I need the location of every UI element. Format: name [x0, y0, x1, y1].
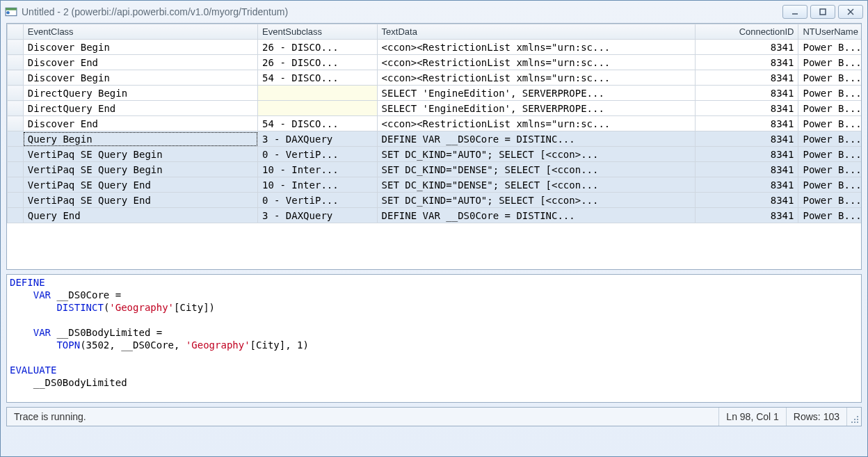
cell-textdata[interactable]: <ccon><RestrictionList xmlns="urn:sc...: [377, 40, 695, 55]
cell-connectionid[interactable]: 8341: [695, 208, 798, 223]
cell-ntusername[interactable]: Power B...: [798, 86, 861, 101]
cell-eventsubclass[interactable]: [258, 101, 377, 116]
rowheader[interactable]: [8, 147, 24, 162]
rowheader[interactable]: [8, 193, 24, 208]
col-textdata[interactable]: TextData: [377, 24, 695, 40]
rowheader[interactable]: [8, 162, 24, 177]
cell-connectionid[interactable]: 8341: [695, 101, 798, 116]
cell-eventclass[interactable]: Query Begin: [23, 131, 257, 147]
resize-grip-icon[interactable]: [847, 408, 861, 426]
table-row[interactable]: VertiPaq SE Query End10 - Inter...SET DC…: [8, 177, 862, 193]
cell-eventclass[interactable]: Discover End: [23, 55, 257, 70]
cell-eventclass[interactable]: Discover End: [23, 116, 257, 131]
cell-eventsubclass[interactable]: 26 - DISCO...: [258, 55, 377, 70]
table-row[interactable]: Query Begin3 - DAXQueryDEFINE VAR __DS0C…: [8, 131, 862, 147]
cell-textdata[interactable]: SELECT 'EngineEdition', SERVERPROPE...: [377, 101, 695, 116]
cell-textdata[interactable]: <ccon><RestrictionList xmlns="urn:sc...: [377, 116, 695, 131]
table-row[interactable]: VertiPaq SE Query End0 - VertiP...SET DC…: [8, 193, 862, 208]
cell-ntusername[interactable]: Power B...: [798, 70, 861, 86]
table-row[interactable]: VertiPaq SE Query Begin0 - VertiP...SET …: [8, 147, 862, 162]
minimize-button[interactable]: [782, 5, 807, 19]
cell-textdata[interactable]: <ccon><RestrictionList xmlns="urn:sc...: [377, 55, 695, 70]
rowheader[interactable]: [8, 101, 24, 116]
table-row[interactable]: VertiPaq SE Query Begin10 - Inter...SET …: [8, 162, 862, 177]
cell-textdata[interactable]: DEFINE VAR __DS0Core = DISTINC...: [377, 131, 695, 147]
cell-ntusername[interactable]: Power B...: [798, 40, 861, 55]
titlebar[interactable]: Untitled - 2 (powerbi://api.powerbi.com/…: [1, 1, 867, 23]
cell-eventsubclass[interactable]: 0 - VertiP...: [258, 193, 377, 208]
cell-ntusername[interactable]: Power B...: [798, 116, 861, 131]
col-connectionid[interactable]: ConnectionID: [695, 24, 798, 40]
cell-ntusername[interactable]: Power B...: [798, 162, 861, 177]
table-row[interactable]: Discover End26 - DISCO...<ccon><Restrict…: [8, 55, 862, 70]
rowheader[interactable]: [8, 208, 24, 223]
table-row[interactable]: Discover Begin26 - DISCO...<ccon><Restri…: [8, 40, 862, 55]
cell-connectionid[interactable]: 8341: [695, 40, 798, 55]
trace-table[interactable]: EventClass EventSubclass TextData Connec…: [7, 24, 861, 223]
cell-eventsubclass[interactable]: 54 - DISCO...: [258, 116, 377, 131]
cell-eventclass[interactable]: Discover Begin: [23, 70, 257, 86]
rowheader[interactable]: [8, 70, 24, 86]
cell-eventsubclass[interactable]: [258, 86, 377, 101]
cell-eventsubclass[interactable]: 10 - Inter...: [258, 162, 377, 177]
query-text[interactable]: DEFINE VAR __DS0Core = DISTINCT('Geograp…: [7, 275, 862, 403]
col-eventsubclass[interactable]: EventSubclass: [258, 24, 377, 40]
cell-eventsubclass[interactable]: 0 - VertiP...: [258, 147, 377, 162]
cell-eventsubclass[interactable]: 26 - DISCO...: [258, 40, 377, 55]
rowheader[interactable]: [8, 86, 24, 101]
cell-ntusername[interactable]: Power B...: [798, 55, 861, 70]
col-eventclass[interactable]: EventClass: [23, 24, 257, 40]
rowheader[interactable]: [8, 40, 24, 55]
rowheader[interactable]: [8, 131, 24, 147]
rowheader-corner[interactable]: [8, 24, 24, 40]
cell-eventclass[interactable]: Query End: [23, 208, 257, 223]
cell-eventclass[interactable]: DirectQuery End: [23, 101, 257, 116]
cell-connectionid[interactable]: 8341: [695, 147, 798, 162]
cell-eventclass[interactable]: VertiPaq SE Query End: [23, 193, 257, 208]
table-row[interactable]: Discover Begin54 - DISCO...<ccon><Restri…: [8, 70, 862, 86]
rowheader[interactable]: [8, 55, 24, 70]
maximize-button[interactable]: [810, 5, 835, 19]
cell-ntusername[interactable]: Power B...: [798, 147, 861, 162]
cell-eventsubclass[interactable]: 54 - DISCO...: [258, 70, 377, 86]
cell-ntusername[interactable]: Power B...: [798, 177, 861, 193]
cell-connectionid[interactable]: 8341: [695, 177, 798, 193]
cell-ntusername[interactable]: Power B...: [798, 101, 861, 116]
cell-textdata[interactable]: SELECT 'EngineEdition', SERVERPROPE...: [377, 86, 695, 101]
cell-connectionid[interactable]: 8341: [695, 116, 798, 131]
table-row[interactable]: Query End3 - DAXQueryDEFINE VAR __DS0Cor…: [8, 208, 862, 223]
cell-eventclass[interactable]: VertiPaq SE Query Begin: [23, 162, 257, 177]
cell-textdata[interactable]: SET DC_KIND="DENSE"; SELECT [<ccon...: [377, 177, 695, 193]
table-row[interactable]: DirectQuery End SELECT 'EngineEdition', …: [8, 101, 862, 116]
col-ntusername[interactable]: NTUserName: [798, 24, 861, 40]
trace-grid-scroll[interactable]: EventClass EventSubclass TextData Connec…: [7, 24, 861, 269]
cell-textdata[interactable]: SET DC_KIND="AUTO"; SELECT [<ccon>...: [377, 147, 695, 162]
table-row[interactable]: Discover End54 - DISCO...<ccon><Restrict…: [8, 116, 862, 131]
cell-textdata[interactable]: SET DC_KIND="DENSE"; SELECT [<ccon...: [377, 162, 695, 177]
query-editor[interactable]: DEFINE VAR __DS0Core = DISTINCT('Geograp…: [6, 274, 862, 403]
cell-eventclass[interactable]: VertiPaq SE Query End: [23, 177, 257, 193]
cell-connectionid[interactable]: 8341: [695, 162, 798, 177]
rowheader[interactable]: [8, 116, 24, 131]
cell-eventsubclass[interactable]: 10 - Inter...: [258, 177, 377, 193]
cell-ntusername[interactable]: Power B...: [798, 208, 861, 223]
cell-eventsubclass[interactable]: 3 - DAXQuery: [258, 131, 377, 147]
cell-eventclass[interactable]: DirectQuery Begin: [23, 86, 257, 101]
cell-connectionid[interactable]: 8341: [695, 55, 798, 70]
cell-textdata[interactable]: DEFINE VAR __DS0Core = DISTINC...: [377, 208, 695, 223]
trace-grid[interactable]: EventClass EventSubclass TextData Connec…: [6, 23, 862, 270]
cell-eventclass[interactable]: Discover Begin: [23, 40, 257, 55]
cell-connectionid[interactable]: 8341: [695, 70, 798, 86]
cell-ntusername[interactable]: Power B...: [798, 131, 861, 147]
cell-eventclass[interactable]: VertiPaq SE Query Begin: [23, 147, 257, 162]
cell-connectionid[interactable]: 8341: [695, 131, 798, 147]
cell-eventsubclass[interactable]: 3 - DAXQuery: [258, 208, 377, 223]
cell-textdata[interactable]: SET DC_KIND="AUTO"; SELECT [<ccon>...: [377, 193, 695, 208]
rowheader[interactable]: [8, 177, 24, 193]
cell-connectionid[interactable]: 8341: [695, 193, 798, 208]
cell-textdata[interactable]: <ccon><RestrictionList xmlns="urn:sc...: [377, 70, 695, 86]
cell-connectionid[interactable]: 8341: [695, 86, 798, 101]
cell-ntusername[interactable]: Power B...: [798, 193, 861, 208]
close-button[interactable]: [838, 5, 863, 19]
table-row[interactable]: DirectQuery Begin SELECT 'EngineEdition'…: [8, 86, 862, 101]
